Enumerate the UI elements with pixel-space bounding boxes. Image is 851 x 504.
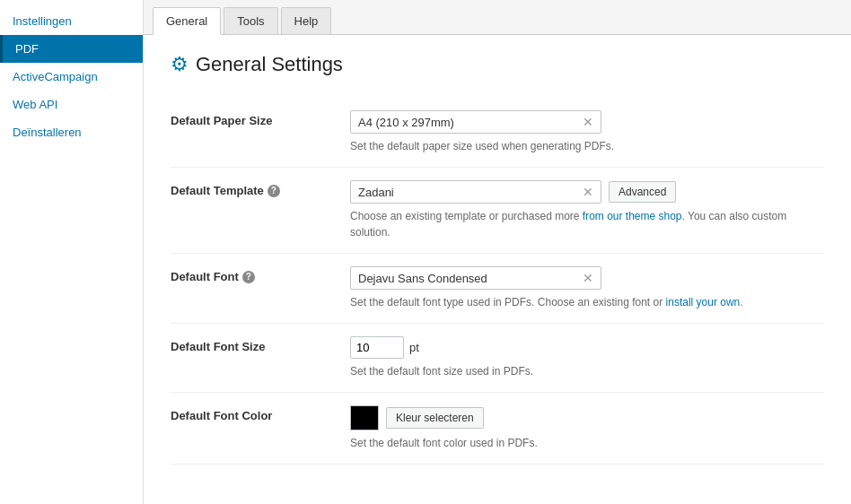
settings-content: ⚙ General Settings Default Paper Size A4… <box>144 35 851 482</box>
help-icon-font[interactable]: ? <box>242 271 255 283</box>
color-row: Kleur selecteren <box>350 405 824 430</box>
color-swatch[interactable] <box>350 405 379 430</box>
template-clear[interactable]: ✕ <box>579 185 593 199</box>
paper-size-description: Set the default paper size used when gen… <box>350 138 824 154</box>
color-select-button[interactable]: Kleur selecteren <box>386 407 484 429</box>
pt-label: pt <box>409 341 419 354</box>
help-icon-template[interactable]: ? <box>268 185 280 197</box>
label-font-color: Default Font Color <box>171 405 350 422</box>
tab-bar: General Tools Help <box>144 0 851 35</box>
control-font-size: pt Set the default font size used in PDF… <box>350 336 824 379</box>
tab-help[interactable]: Help <box>281 7 332 34</box>
setting-row-paper-size: Default Paper Size A4 (210 x 297mm) ✕ Se… <box>171 98 824 168</box>
font-color-description: Set the default font color used in PDFs. <box>350 435 824 451</box>
label-paper-size: Default Paper Size <box>171 110 350 127</box>
paper-size-select[interactable]: A4 (210 x 297mm) ✕ <box>350 110 601 134</box>
control-paper-size: A4 (210 x 297mm) ✕ Set the default paper… <box>350 110 824 154</box>
page-title: General Settings <box>196 53 343 76</box>
sidebar-item-deinstalleren[interactable]: Deïnstalleren <box>0 118 143 146</box>
template-row: Zadani ✕ Advanced <box>350 180 824 204</box>
setting-row-template: Default Template ? Zadani ✕ Advanced <box>171 168 824 254</box>
main-content: General Tools Help ⚙ General Settings De… <box>144 0 851 504</box>
control-font-color: Kleur selecteren Set the default font co… <box>350 405 824 451</box>
font-size-row: pt <box>350 336 824 359</box>
paper-size-value: A4 (210 x 297mm) <box>358 116 579 129</box>
setting-row-font-color: Default Font Color Kleur selecteren Set … <box>171 393 824 465</box>
tab-general[interactable]: General <box>153 7 221 35</box>
page-title-area: ⚙ General Settings <box>171 53 824 76</box>
font-size-description: Set the default font size used in PDFs. <box>350 363 824 379</box>
font-description: Set the default font type used in PDFs. … <box>350 294 824 310</box>
sidebar-item-activecampaign[interactable]: ActiveCampaign <box>0 63 143 91</box>
gear-icon: ⚙ <box>171 53 189 76</box>
template-value: Zadani <box>358 186 579 199</box>
control-template: Zadani ✕ Advanced Choose an existing tem… <box>350 180 824 240</box>
label-template: Default Template ? <box>171 180 350 197</box>
setting-row-font-size: Default Font Size pt Set the default fon… <box>171 324 824 393</box>
settings-table: Default Paper Size A4 (210 x 297mm) ✕ Se… <box>171 98 824 465</box>
font-value: Dejavu Sans Condensed <box>358 272 579 285</box>
tab-tools[interactable]: Tools <box>224 7 277 34</box>
font-select[interactable]: Dejavu Sans Condensed ✕ <box>350 266 601 290</box>
control-font: Dejavu Sans Condensed ✕ Set the default … <box>350 266 824 310</box>
template-description: Choose an existing template or purchased… <box>350 208 824 240</box>
paper-size-clear[interactable]: ✕ <box>579 115 593 129</box>
label-font: Default Font ? <box>171 266 350 283</box>
font-size-input[interactable] <box>350 336 404 359</box>
sidebar-item-instellingen[interactable]: Instellingen <box>0 7 143 35</box>
setting-row-font: Default Font ? Dejavu Sans Condensed ✕ S… <box>171 254 824 324</box>
template-select[interactable]: Zadani ✕ <box>350 180 601 204</box>
install-font-link[interactable]: install your own <box>666 296 741 308</box>
font-clear[interactable]: ✕ <box>579 271 593 285</box>
label-font-size: Default Font Size <box>171 336 350 353</box>
sidebar: Instellingen PDF ActiveCampaign Web API … <box>0 0 144 504</box>
sidebar-item-pdf[interactable]: PDF <box>0 35 143 63</box>
advanced-button[interactable]: Advanced <box>609 181 676 203</box>
theme-shop-link[interactable]: from our theme shop <box>583 210 682 222</box>
sidebar-item-webapi[interactable]: Web API <box>0 91 143 118</box>
